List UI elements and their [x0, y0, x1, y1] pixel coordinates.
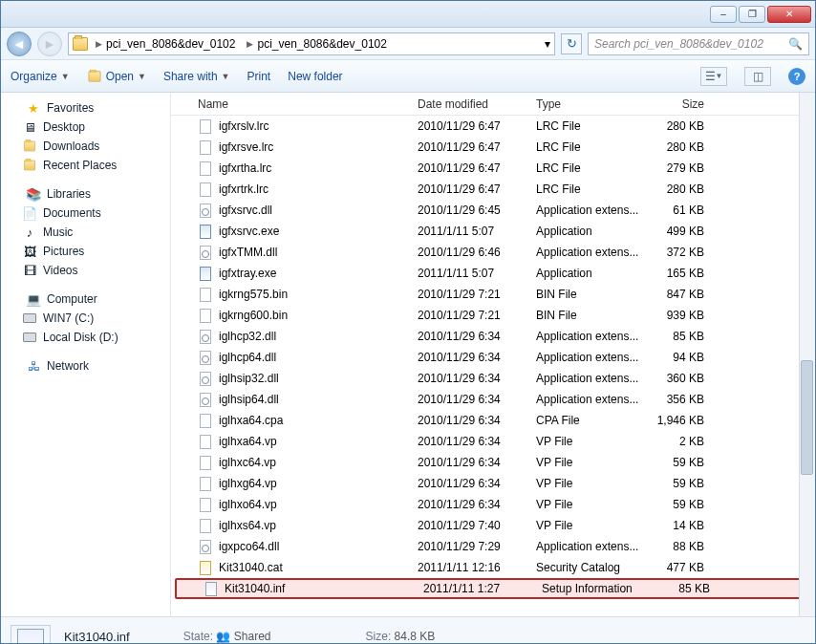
col-name[interactable]: Name [179, 97, 418, 111]
sidebar-drive-d[interactable]: Local Disk (D:) [1, 328, 170, 347]
file-row[interactable]: iglhcp32.dll2010/11/29 6:34Application e… [171, 326, 815, 347]
file-row[interactable]: igfxrsve.lrc2010/11/29 6:47LRC File280 K… [171, 137, 815, 158]
sidebar-downloads[interactable]: Downloads [1, 137, 170, 156]
file-icon [198, 140, 213, 155]
col-type[interactable]: Type [536, 97, 651, 111]
file-row[interactable]: igfxrtrk.lrc2010/11/29 6:47LRC File280 K… [171, 179, 815, 200]
file-icon [198, 203, 213, 218]
file-row[interactable]: iglhxa64.vp2010/11/29 6:34VP File2 KB [171, 431, 815, 452]
file-name: iglhsip32.dll [219, 372, 279, 385]
file-row[interactable]: igkrng600.bin2010/11/29 7:21BIN File939 … [171, 305, 815, 326]
file-type: Application [536, 267, 651, 280]
col-date[interactable]: Date modified [418, 97, 536, 111]
file-row[interactable]: iglhsip64.dll2010/11/29 6:34Application … [171, 389, 815, 410]
sidebar-drive-c[interactable]: WIN7 (C:) [1, 309, 170, 328]
sidebar-recent[interactable]: Recent Places [1, 156, 170, 175]
file-type: CPA File [536, 414, 651, 427]
organize-button[interactable]: Organize▼ [11, 70, 70, 83]
file-row[interactable]: iglhxa64.cpa2010/11/29 6:34CPA File1,946… [171, 410, 815, 431]
file-list[interactable]: igfxrslv.lrc2010/11/29 6:47LRC File280 K… [171, 116, 815, 616]
scrollbar[interactable] [799, 93, 815, 616]
share-button[interactable]: Share with▼ [163, 70, 230, 83]
maximize-button[interactable]: ❐ [739, 6, 765, 23]
file-date: 2010/11/29 6:47 [418, 182, 536, 196]
sidebar-pictures[interactable]: 🖼Pictures [1, 242, 170, 261]
file-size: 280 KB [651, 119, 727, 133]
file-icon [198, 476, 213, 491]
address-bar[interactable]: ▶pci_ven_8086&dev_0102 ▶pci_ven_8086&dev… [68, 32, 555, 55]
file-row[interactable]: igfxrslv.lrc2010/11/29 6:47LRC File280 K… [171, 116, 815, 137]
back-button[interactable]: ◄ [7, 32, 32, 56]
file-size: 372 KB [651, 246, 727, 259]
file-row[interactable]: Kit31040.cat2011/1/11 12:16Security Cata… [171, 557, 815, 578]
sidebar-videos[interactable]: 🎞Videos [1, 261, 170, 280]
print-button[interactable]: Print [247, 70, 271, 83]
sidebar-libraries[interactable]: 📚Libraries [1, 184, 170, 204]
file-type: Application extens... [536, 204, 651, 217]
file-date: 2010/11/29 6:34 [418, 393, 536, 406]
file-row[interactable]: iglhxo64.vp2010/11/29 6:34VP File59 KB [171, 494, 815, 515]
file-row[interactable]: iglhxc64.vp2010/11/29 6:34VP File59 KB [171, 452, 815, 473]
shared-icon: 👥 [216, 630, 230, 643]
file-name: igfxrslv.lrc [219, 119, 268, 133]
view-button[interactable]: ☰ ▼ [700, 67, 727, 86]
preview-pane-button[interactable]: ◫ [744, 67, 771, 86]
new-folder-button[interactable]: New folder [288, 70, 342, 83]
minimize-button[interactable]: – [710, 6, 737, 23]
sidebar-documents[interactable]: 📄Documents [1, 204, 170, 223]
file-row[interactable]: igxpco64.dll2010/11/29 7:29Application e… [171, 536, 815, 557]
details-filename: Kit31040.inf [64, 630, 155, 644]
file-type: VP File [536, 456, 651, 469]
open-button[interactable]: Open▼ [87, 70, 146, 83]
file-date: 2011/1/11 12:16 [418, 561, 536, 574]
file-row[interactable]: iglhsip32.dll2010/11/29 6:34Application … [171, 368, 815, 389]
file-icon [198, 560, 213, 575]
file-name: iglhcp32.dll [219, 330, 276, 343]
file-size: 939 KB [651, 309, 727, 322]
file-row[interactable]: igkrng575.bin2010/11/29 7:21BIN File847 … [171, 284, 815, 305]
file-size: 2 KB [651, 435, 727, 448]
recent-icon [22, 158, 37, 173]
scroll-thumb[interactable] [801, 360, 813, 475]
file-date: 2010/11/29 6:47 [418, 119, 536, 133]
file-row[interactable]: iglhxg64.vp2010/11/29 6:34VP File59 KB [171, 473, 815, 494]
refresh-button[interactable]: ↻ [561, 33, 582, 54]
breadcrumb-dropdown[interactable]: ▾ [545, 37, 550, 51]
file-row[interactable]: iglhcp64.dll2010/11/29 6:34Application e… [171, 347, 815, 368]
file-row[interactable]: igfxrtha.lrc2010/11/29 6:47LRC File279 K… [171, 158, 815, 179]
file-type: VP File [536, 519, 651, 532]
file-row[interactable]: iglhxs64.vp2010/11/29 7:40VP File14 KB [171, 515, 815, 536]
file-icon [198, 308, 213, 323]
file-type: Application [536, 225, 651, 238]
file-icon [198, 392, 213, 407]
file-date: 2010/11/29 6:34 [418, 477, 536, 490]
file-size: 59 KB [651, 498, 727, 511]
file-row[interactable]: igfxsrvc.exe2011/1/11 5:07Application499… [171, 221, 815, 242]
file-row[interactable]: Kit31040.inf2011/1/11 1:27Setup Informat… [175, 578, 809, 599]
breadcrumb-1[interactable]: ▶pci_ven_8086&dev_0102 [92, 37, 239, 51]
sidebar-music[interactable]: ♪Music [1, 223, 170, 242]
sidebar-network[interactable]: 🖧Network [1, 356, 170, 376]
file-name: iglhsip64.dll [219, 393, 279, 406]
file-row[interactable]: igfxsrvc.dll2010/11/29 6:45Application e… [171, 200, 815, 221]
toolbar: Organize▼ Open▼ Share with▼ Print New fo… [1, 60, 815, 93]
file-size: 499 KB [651, 225, 727, 238]
breadcrumb-2[interactable]: ▶pci_ven_8086&dev_0102 [243, 37, 390, 51]
sidebar-computer[interactable]: 💻Computer [1, 290, 170, 309]
sidebar-desktop[interactable]: 🖥Desktop [1, 118, 170, 137]
file-name: iglhxs64.vp [219, 519, 276, 532]
search-input[interactable]: Search pci_ven_8086&dev_0102 🔍 [588, 32, 809, 55]
file-icon [198, 118, 213, 134]
help-button[interactable]: ? [788, 68, 805, 85]
file-type: Security Catalog [536, 561, 651, 574]
file-row[interactable]: igfxtray.exe2011/1/11 5:07Application165… [171, 263, 815, 284]
downloads-icon [22, 139, 37, 154]
sidebar-favorites[interactable]: ★Favorites [1, 98, 170, 118]
file-type: Application extens... [536, 393, 651, 406]
col-size[interactable]: Size [651, 97, 727, 111]
file-row[interactable]: igfxTMM.dll2010/11/29 6:46Application ex… [171, 242, 815, 263]
file-name: igfxsrvc.exe [219, 225, 279, 238]
close-button[interactable]: ✕ [767, 6, 811, 23]
forward-button[interactable]: ► [37, 32, 62, 56]
file-name: iglhxc64.vp [219, 456, 276, 469]
